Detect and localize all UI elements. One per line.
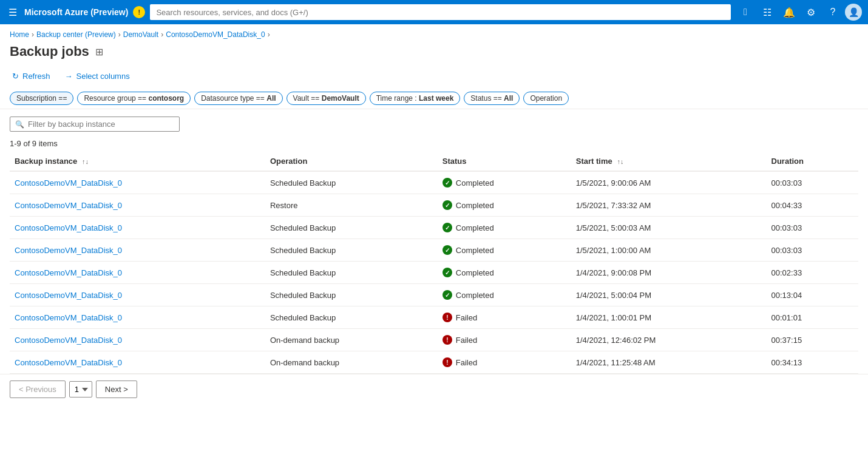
filter-chip-6[interactable]: Operation <box>523 92 569 105</box>
refresh-button[interactable]: ↻ Refresh <box>10 69 53 83</box>
table-row[interactable]: ContosoDemoVM_DataDisk_0 Restore ✓ Compl… <box>10 194 858 217</box>
filters-bar: Subscription == Resource group == contos… <box>0 88 868 109</box>
status-icon-failed: ! <box>442 357 452 367</box>
filter-chip-0[interactable]: Subscription == <box>10 92 73 105</box>
cell-duration: 00:03:03 <box>767 171 858 194</box>
sort-icon-time: ↑↓ <box>617 158 623 165</box>
filter-chip-4[interactable]: Time range : Last week <box>370 92 461 105</box>
cell-instance[interactable]: ContosoDemoVM_DataDisk_0 <box>10 171 265 194</box>
table-row[interactable]: ContosoDemoVM_DataDisk_0 Scheduled Backu… <box>10 239 858 262</box>
cell-start-time: 1/5/2021, 7:33:32 AM <box>571 194 767 217</box>
top-navigation: ☰ Microsoft Azure (Preview) !  ☷ 🔔 ⚙ ? … <box>0 0 868 24</box>
status-icon-completed: ✓ <box>442 223 452 232</box>
cell-instance[interactable]: ContosoDemoVM_DataDisk_0 <box>10 329 265 351</box>
breadcrumb-disk[interactable]: ContosoDemoVM_DataDisk_0 <box>166 30 265 39</box>
cell-duration: 00:02:33 <box>767 262 858 284</box>
global-search-input[interactable] <box>150 4 731 20</box>
search-wrapper: 🔍 <box>10 117 180 132</box>
col-backup-instance[interactable]: Backup instance ↑↓ <box>10 152 265 171</box>
sort-icon-instance: ↑↓ <box>82 158 89 165</box>
pagination: < Previous 1 Next > <box>0 374 868 404</box>
search-input[interactable] <box>28 120 174 129</box>
search-bar: 🔍 <box>0 109 868 135</box>
cell-start-time: 1/4/2021, 1:00:01 PM <box>571 306 767 329</box>
cell-start-time: 1/5/2021, 5:00:03 AM <box>571 217 767 239</box>
cell-operation: Scheduled Backup <box>265 306 438 329</box>
breadcrumb-backup-center[interactable]: Backup center (Preview) <box>36 30 116 39</box>
cell-instance[interactable]: ContosoDemoVM_DataDisk_0 <box>10 284 265 306</box>
status-icon-completed: ✓ <box>442 290 452 300</box>
cell-status: ✓ Completed <box>438 262 571 284</box>
hamburger-icon[interactable]: ☰ <box>6 4 19 21</box>
status-icon-failed: ! <box>442 313 452 322</box>
col-start-time[interactable]: Start time ↑↓ <box>571 152 767 171</box>
cell-instance[interactable]: ContosoDemoVM_DataDisk_0 <box>10 217 265 239</box>
refresh-icon: ↻ <box>12 72 19 81</box>
warning-badge[interactable]: ! <box>133 6 145 18</box>
settings-icon[interactable]: ⚙ <box>801 2 821 22</box>
cell-duration: 00:03:03 <box>767 217 858 239</box>
status-icon-completed: ✓ <box>442 245 452 255</box>
cell-duration: 00:01:01 <box>767 306 858 329</box>
cell-operation: Scheduled Backup <box>265 217 438 239</box>
table-row[interactable]: ContosoDemoVM_DataDisk_0 On-demand backu… <box>10 351 858 374</box>
portal-icon[interactable]: ☷ <box>758 2 777 22</box>
cell-instance[interactable]: ContosoDemoVM_DataDisk_0 <box>10 351 265 374</box>
cell-status: ! Failed <box>438 329 571 351</box>
columns-icon: → <box>65 72 73 81</box>
cell-start-time: 1/4/2021, 12:46:02 PM <box>571 329 767 351</box>
table-row[interactable]: ContosoDemoVM_DataDisk_0 Scheduled Backu… <box>10 262 858 284</box>
cell-start-time: 1/4/2021, 9:00:08 PM <box>571 262 767 284</box>
select-columns-button[interactable]: → Select columns <box>63 69 132 83</box>
page-selector[interactable]: 1 <box>69 381 92 397</box>
cell-operation: On-demand backup <box>265 351 438 374</box>
cell-start-time: 1/5/2021, 9:00:06 AM <box>571 171 767 194</box>
cell-instance[interactable]: ContosoDemoVM_DataDisk_0 <box>10 306 265 329</box>
cell-operation: Scheduled Backup <box>265 262 438 284</box>
cell-status: ✓ Completed <box>438 239 571 262</box>
status-icon-completed: ✓ <box>442 268 452 277</box>
cell-duration: 00:13:04 <box>767 284 858 306</box>
filter-chip-2[interactable]: Datasource type == All <box>194 92 282 105</box>
search-icon: 🔍 <box>15 120 24 129</box>
cell-start-time: 1/4/2021, 5:00:04 PM <box>571 284 767 306</box>
table-row[interactable]: ContosoDemoVM_DataDisk_0 Scheduled Backu… <box>10 306 858 329</box>
previous-button[interactable]: < Previous <box>10 381 66 398</box>
bell-icon[interactable]: 🔔 <box>779 2 799 22</box>
items-count: 1-9 of 9 items <box>0 135 868 152</box>
breadcrumb-home[interactable]: Home <box>10 30 29 39</box>
cell-duration: 00:04:33 <box>767 194 858 217</box>
breadcrumb: Home › Backup center (Preview) › DemoVau… <box>0 24 868 41</box>
breadcrumb-demovault[interactable]: DemoVault <box>123 30 158 39</box>
table-row[interactable]: ContosoDemoVM_DataDisk_0 Scheduled Backu… <box>10 284 858 306</box>
cell-instance[interactable]: ContosoDemoVM_DataDisk_0 <box>10 194 265 217</box>
app-title: Microsoft Azure (Preview) <box>24 7 128 17</box>
table-header-row: Backup instance ↑↓ Operation Status Star… <box>10 152 858 171</box>
help-icon[interactable]: ? <box>823 2 843 22</box>
page-title: Backup jobs <box>10 44 89 59</box>
nav-icons:  ☷ 🔔 ⚙ ? 👤 <box>736 2 862 22</box>
col-status: Status <box>438 152 571 171</box>
cell-operation: Scheduled Backup <box>265 239 438 262</box>
cell-instance[interactable]: ContosoDemoVM_DataDisk_0 <box>10 239 265 262</box>
user-avatar[interactable]: 👤 <box>845 4 862 21</box>
table-row[interactable]: ContosoDemoVM_DataDisk_0 On-demand backu… <box>10 329 858 351</box>
cell-operation: On-demand backup <box>265 329 438 351</box>
cell-status: ✓ Completed <box>438 171 571 194</box>
table-row[interactable]: ContosoDemoVM_DataDisk_0 Scheduled Backu… <box>10 171 858 194</box>
filter-chip-3[interactable]: Vault == DemoVault <box>287 92 366 105</box>
next-button[interactable]: Next > <box>96 381 137 398</box>
terminal-icon[interactable]:  <box>736 2 755 22</box>
table-container: Backup instance ↑↓ Operation Status Star… <box>0 152 868 374</box>
filter-chip-1[interactable]: Resource group == contosorg <box>77 92 191 105</box>
cell-duration: 00:37:15 <box>767 329 858 351</box>
cell-operation: Restore <box>265 194 438 217</box>
backup-jobs-table: Backup instance ↑↓ Operation Status Star… <box>10 152 858 374</box>
table-row[interactable]: ContosoDemoVM_DataDisk_0 Scheduled Backu… <box>10 217 858 239</box>
cell-status: ✓ Completed <box>438 217 571 239</box>
page-header: Backup jobs ⊞ <box>0 41 868 67</box>
open-in-new-icon[interactable]: ⊞ <box>95 46 103 58</box>
filter-chip-5[interactable]: Status == All <box>464 92 520 105</box>
cell-start-time: 1/4/2021, 11:25:48 AM <box>571 351 767 374</box>
cell-instance[interactable]: ContosoDemoVM_DataDisk_0 <box>10 262 265 284</box>
